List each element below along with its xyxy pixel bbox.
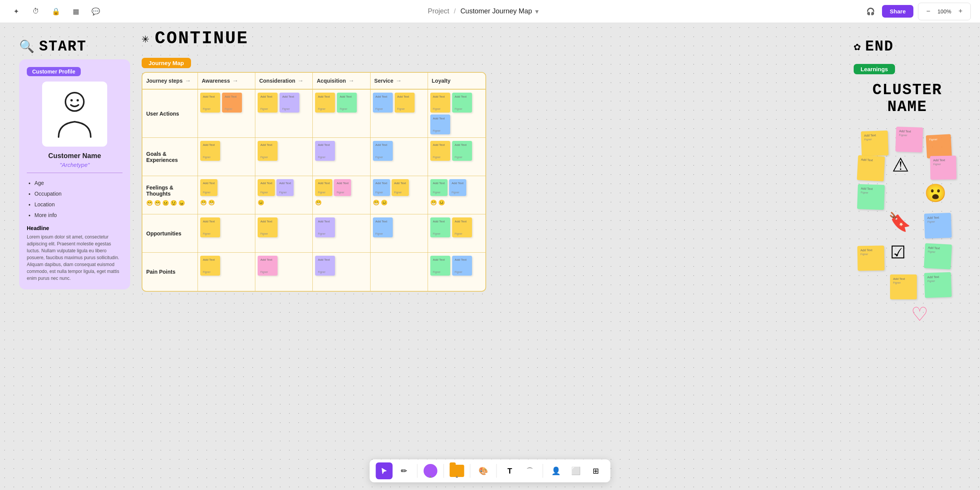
end-flower-icon: ✿ bbox=[854, 39, 861, 54]
sticky-note[interactable]: Add TextFigner bbox=[373, 141, 393, 161]
sticky-note[interactable]: Add TextFigner bbox=[452, 141, 472, 161]
sticky-note[interactable]: Add TextFigner bbox=[337, 93, 357, 113]
sticky-note[interactable]: Add TextFigner bbox=[258, 256, 278, 276]
cell-ua-consideration: Add TextFigner Add TextFigner bbox=[255, 90, 313, 137]
sticky-note[interactable]: Add TextFigner bbox=[315, 179, 332, 196]
sticky-note[interactable]: Add TextFigner bbox=[373, 179, 390, 196]
sticky-note[interactable]: Add TextFigner bbox=[452, 93, 472, 113]
end-sticky-9[interactable]: Add TextFigner bbox=[924, 243, 952, 270]
select-tool[interactable] bbox=[376, 462, 393, 479]
sticky-note[interactable]: Add TextFigner bbox=[200, 256, 220, 276]
cell-pp-consideration: Add TextFigner bbox=[255, 253, 313, 291]
end-sticky-2[interactable]: Add TextFigmer bbox=[895, 127, 923, 152]
sticky-note[interactable]: Add TextFigner bbox=[258, 217, 278, 237]
filter-tool[interactable]: 🎨 bbox=[475, 462, 492, 479]
folder-tool[interactable]: ▲ bbox=[449, 462, 466, 479]
sticky-note[interactable]: Add TextFigner bbox=[373, 93, 393, 113]
sticky-note[interactable]: Add TextFigner bbox=[279, 93, 299, 113]
emoji-feel2: 😁 bbox=[208, 199, 215, 206]
sticky-note[interactable]: Add TextFigner bbox=[315, 217, 335, 237]
avatar-box bbox=[42, 82, 107, 147]
sticky-note[interactable]: Add TextFigner bbox=[258, 93, 278, 113]
customer-profile-card: Customer Profile Customer Name "Archetyp… bbox=[19, 59, 130, 289]
text-tool[interactable]: T bbox=[501, 462, 518, 479]
emoji-neutral: 😐 bbox=[162, 200, 169, 206]
sticky-note[interactable]: Add TextFigner bbox=[334, 179, 351, 196]
sticky-note[interactable]: Add TextFigner bbox=[430, 256, 450, 276]
logo-btn[interactable]: ✦ bbox=[9, 5, 23, 18]
sticky-note[interactable]: Add TextFigner bbox=[452, 256, 472, 276]
sticky-note[interactable]: Add TextFigner bbox=[430, 141, 450, 161]
sticky-note[interactable]: Add TextFigner bbox=[276, 179, 294, 196]
sticky-note[interactable]: Add TextFigner bbox=[452, 217, 472, 237]
sticky-note[interactable]: Add TextFigner bbox=[315, 256, 335, 276]
sticky-note[interactable]: Add TextFigner bbox=[430, 114, 450, 134]
chevron-folder-icon: ▲ bbox=[455, 474, 459, 479]
end-sticky-3[interactable]: Figmer bbox=[926, 134, 952, 158]
row-label-feelings: Feelings &Thoughts 😁 😁 😐 😟 😠 bbox=[142, 176, 198, 214]
layout-btn[interactable]: ▦ bbox=[69, 5, 83, 18]
end-sticky-7[interactable]: Add TextFigner bbox=[924, 213, 952, 238]
journey-table-header: Journey steps → Awareness → Consideratio… bbox=[142, 73, 485, 90]
sticky-note[interactable]: Add TextFigner bbox=[200, 93, 220, 113]
end-sticky-10[interactable]: Add TextFigner bbox=[890, 274, 917, 299]
sticky-note[interactable]: Add TextFigner bbox=[315, 141, 335, 161]
sticky-note[interactable]: Add TextFigner bbox=[222, 93, 242, 113]
sticky-note[interactable]: Add TextFigner bbox=[200, 179, 217, 196]
end-stickies-area: Add TextFigner Add TextFigmer Figmer Add… bbox=[854, 123, 961, 353]
col-consideration: Consideration → bbox=[255, 73, 313, 89]
end-sticky-1[interactable]: Add TextFigner bbox=[861, 131, 889, 156]
person-tool[interactable]: 👤 bbox=[548, 462, 565, 479]
end-sticky-4[interactable]: Add Text bbox=[857, 155, 885, 181]
cell-ua-service: Add TextFigner Add TextFigner bbox=[371, 90, 428, 137]
row-label-goals: Goals &Experiences bbox=[142, 138, 198, 176]
row-label-opportunities: Opportunities bbox=[142, 214, 198, 252]
row-opportunities: Opportunities Add TextFigner Add TextFig… bbox=[142, 214, 485, 253]
document-title: Customer Journey Map bbox=[461, 7, 532, 15]
path-tool[interactable]: ⌒ bbox=[521, 462, 538, 479]
cell-opp-awareness: Add TextFigner bbox=[198, 214, 255, 252]
headphone-btn[interactable]: 🎧 bbox=[864, 5, 877, 18]
arrow-icon: → bbox=[185, 77, 191, 84]
end-sticky-11[interactable]: Add TextFigner bbox=[924, 272, 952, 298]
col-journey-steps: Journey steps → bbox=[142, 73, 198, 89]
divider bbox=[27, 173, 122, 173]
sticky-note[interactable]: Add TextFigner bbox=[430, 93, 450, 113]
frame-tool[interactable]: ⬜ bbox=[568, 462, 585, 479]
pen-tool[interactable]: ✏ bbox=[396, 462, 413, 479]
sticky-note[interactable]: Add TextFigner bbox=[258, 179, 275, 196]
end-title: ✿ END bbox=[854, 38, 961, 55]
cell-opp-service: Add TextFigner bbox=[371, 214, 428, 252]
dropdown-icon[interactable]: ▾ bbox=[535, 7, 539, 16]
emoji-feel8: 😐 bbox=[438, 199, 445, 206]
table-tool[interactable]: ⊞ bbox=[588, 462, 604, 479]
sticky-note[interactable]: Add TextFigner bbox=[392, 179, 409, 196]
cell-opp-loyalty: Add TextFigner Add TextFigner bbox=[428, 214, 485, 252]
sticky-note[interactable]: Add TextFigner bbox=[430, 217, 450, 237]
shape-tool[interactable]: ▲ bbox=[422, 462, 439, 479]
surprised-icon: 😮 bbox=[924, 183, 946, 203]
sticky-note[interactable]: Add TextFigner bbox=[258, 141, 278, 161]
sticky-note[interactable]: Add TextFigner bbox=[373, 217, 393, 237]
lock-btn[interactable]: 🔒 bbox=[49, 5, 63, 18]
end-sticky-6[interactable]: Add TextFigner bbox=[857, 184, 885, 210]
cell-pp-acquisition: Add TextFigner bbox=[313, 253, 370, 291]
sticky-note[interactable]: Add TextFigner bbox=[315, 93, 335, 113]
end-section: ✿ END Learnings CLUSTERNAME Add TextFign… bbox=[854, 38, 961, 353]
chat-btn[interactable]: 💬 bbox=[89, 5, 103, 18]
timer-btn[interactable]: ⏱ bbox=[29, 5, 43, 18]
zoom-out-btn[interactable]: − bbox=[921, 5, 935, 18]
end-sticky-5[interactable]: Add TextFigner bbox=[930, 155, 956, 180]
separator5 bbox=[543, 464, 543, 478]
sticky-note[interactable]: Add TextFigner bbox=[430, 179, 448, 196]
sticky-note[interactable]: Add TextFigner bbox=[395, 93, 415, 113]
end-sticky-8[interactable]: Add TextFigner bbox=[857, 245, 884, 271]
sticky-note[interactable]: Add TextFigner bbox=[200, 217, 220, 237]
sticky-note[interactable]: Add TextFigner bbox=[200, 141, 220, 161]
row-pain-points: Pain Points Add TextFigner Add TextFigne… bbox=[142, 253, 485, 291]
cell-feel-awareness: Add TextFigner 😁😁 bbox=[198, 176, 255, 214]
zoom-in-btn[interactable]: + bbox=[954, 5, 967, 18]
sticky-note[interactable]: Add TextFigner bbox=[449, 179, 466, 196]
share-button[interactable]: Share bbox=[882, 5, 913, 18]
checkbox-icon: ☑ bbox=[890, 242, 906, 263]
